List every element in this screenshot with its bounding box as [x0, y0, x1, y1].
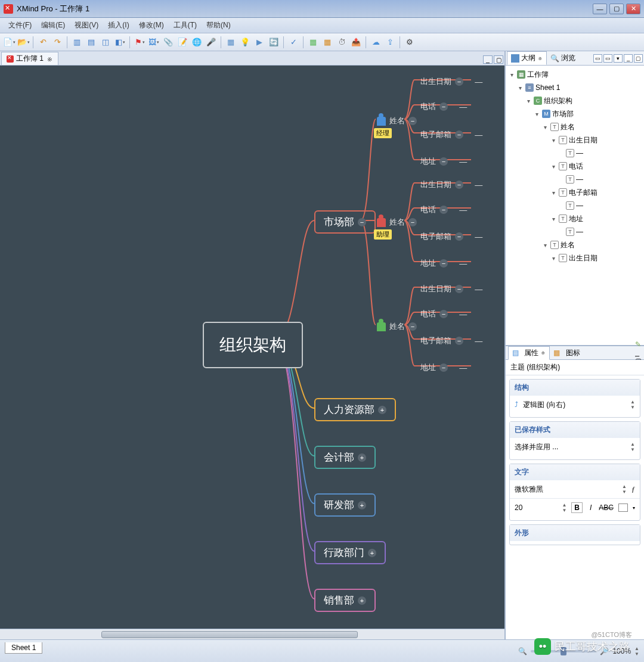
export-button[interactable]: 📤 — [349, 36, 363, 49]
record-button[interactable]: 🎤 — [205, 36, 218, 49]
style-value[interactable]: 选择并应用 ... — [515, 442, 558, 452]
size-spinner[interactable]: ▲▼ — [562, 502, 566, 513]
italic-button[interactable]: I — [587, 503, 594, 512]
tab-outline[interactable]: 大纲 ⨳ — [507, 51, 547, 65]
collapse-icon[interactable]: − — [439, 157, 448, 166]
undo-button[interactable]: ↶ — [36, 36, 49, 49]
collapse-icon[interactable]: − — [439, 310, 448, 318]
struct-value[interactable]: 逻辑图 (向右) — [523, 400, 565, 410]
minimize-view-button[interactable]: ⎯ — [483, 55, 493, 64]
section-header[interactable]: 已保存样式 — [510, 422, 640, 438]
floating-button[interactable]: ▤ — [85, 36, 98, 49]
cloud-button[interactable]: ☁ — [369, 36, 382, 49]
field-phone-1[interactable]: 电话 − — — [414, 99, 473, 114]
brainstorm-button[interactable]: 💡 — [239, 36, 252, 49]
link-button[interactable]: 🌐 — [190, 36, 203, 49]
collapse-icon[interactable]: − — [455, 285, 463, 293]
font-spinner[interactable]: ▲▼ — [622, 484, 627, 495]
tab-browse[interactable]: 🔍浏览 — [547, 52, 579, 64]
gantt-button[interactable]: 🔄 — [267, 36, 280, 49]
section-header[interactable]: 外形 — [510, 525, 640, 541]
tree-market[interactable]: ▾M市场部 — [506, 107, 644, 120]
upload-button[interactable]: ⇪ — [383, 36, 397, 49]
menu-tools[interactable]: 工具(T) — [169, 18, 202, 32]
font-selector[interactable]: 微软雅黑 — [515, 484, 543, 495]
field-phone-2[interactable]: 电话 − — — [414, 202, 473, 217]
panel-min[interactable]: ⎯ — [624, 54, 633, 63]
zoom-value[interactable]: 100% — [612, 647, 631, 655]
present-button[interactable]: ▶ — [253, 36, 266, 49]
expand-icon[interactable]: + — [358, 453, 366, 462]
font-script-button[interactable]: ƒ — [631, 485, 635, 494]
task-button[interactable]: ✓ — [287, 36, 300, 49]
collapse-icon[interactable]: − — [455, 77, 463, 86]
bold-button[interactable]: B — [571, 502, 583, 513]
field-email-3[interactable]: 电子邮箱 − — — [414, 333, 488, 349]
branch-accounting[interactable]: 会计部 + — [314, 446, 376, 469]
boundary-button[interactable]: ◧▾ — [113, 36, 126, 49]
mindmap-canvas[interactable]: 组织架构 市场部 − 姓名 − 经理 出生日期 − — 电话 − — 电子邮箱 … — [0, 66, 504, 629]
field-email-2[interactable]: 电子邮箱 − — — [414, 229, 488, 244]
topic-name-3[interactable]: 姓名 − — [371, 319, 423, 334]
collapse-icon[interactable]: − — [408, 218, 417, 226]
branch-hr[interactable]: 人力资源部 + — [314, 398, 396, 421]
outline-tree[interactable]: ▾▦工作簿 ▾≡Sheet 1 ▾C组织架构 ▾M市场部 ▾T姓名 ▾T出生日期… — [506, 66, 644, 346]
field-dob-3[interactable]: 出生日期 − — — [414, 281, 488, 297]
section-header[interactable]: 文字 — [510, 464, 640, 480]
attach-button[interactable]: 📎 — [162, 36, 175, 49]
grid1-button[interactable]: ▦ — [306, 36, 320, 49]
field-phone-3[interactable]: 电话 − — — [414, 306, 473, 322]
zoom-in-icon[interactable]: 🔎 — [600, 647, 609, 655]
scrollbar-thumb[interactable] — [101, 631, 358, 638]
tree-workbook[interactable]: ▾▦工作簿 — [506, 68, 644, 81]
topic-name-2[interactable]: 姓名 − — [371, 215, 423, 230]
props-min[interactable]: ⎯ — [635, 349, 642, 357]
branch-sales[interactable]: 销售部 + — [314, 589, 376, 612]
tag-assistant[interactable]: 助理 — [374, 229, 392, 240]
panel-btn1[interactable]: ▭ — [593, 54, 602, 63]
zoom-thumb[interactable] — [561, 647, 566, 655]
tree-name1[interactable]: ▾T姓名 — [506, 120, 644, 133]
panel-btn2[interactable]: ▭ — [603, 54, 612, 63]
image-button[interactable]: 🖼▾ — [147, 36, 160, 49]
collapse-icon[interactable]: − — [455, 181, 463, 189]
collapse-icon[interactable]: − — [358, 218, 366, 226]
expand-icon[interactable]: + — [358, 596, 366, 605]
collapse-icon[interactable]: − — [439, 363, 448, 372]
maximize-view-button[interactable]: ▢ — [494, 55, 503, 64]
collapse-icon[interactable]: − — [455, 130, 463, 139]
collapse-icon[interactable]: − — [439, 259, 448, 268]
field-addr-3[interactable]: 地址 − — — [414, 360, 473, 375]
font-size[interactable]: 20 — [515, 504, 522, 512]
tree-addr1v[interactable]: T— — [506, 225, 644, 238]
expand-icon[interactable]: + — [378, 406, 386, 414]
minimize-button[interactable]: — — [593, 4, 607, 14]
collapse-icon[interactable]: − — [455, 337, 463, 345]
tab-icons[interactable]: ▦ 图标 — [550, 347, 583, 359]
tree-phone1[interactable]: ▾T电话 — [506, 160, 644, 173]
tree-root[interactable]: ▾C组织架构 — [506, 94, 644, 107]
subtopic-button[interactable]: ▥ — [70, 36, 83, 49]
collapse-icon[interactable]: − — [408, 322, 417, 331]
branch-admin[interactable]: 行政部门 + — [314, 541, 386, 564]
redo-button[interactable]: ↷ — [51, 36, 64, 49]
tree-dob1v[interactable]: T— — [506, 147, 644, 160]
expand-icon[interactable]: + — [368, 549, 376, 557]
tree-email1[interactable]: ▾T电子邮箱 — [506, 186, 644, 199]
new-button[interactable]: 📄▾ — [2, 36, 16, 49]
struct-spinner[interactable]: ▲▼ — [630, 399, 635, 410]
tree-name2[interactable]: ▾T姓名 — [506, 238, 644, 251]
panel-menu[interactable]: ▾ — [614, 54, 623, 63]
collapse-icon[interactable]: − — [439, 102, 448, 111]
grid2-button[interactable]: ▦ — [321, 36, 334, 49]
menu-view[interactable]: 视图(V) — [70, 18, 103, 32]
menu-insert[interactable]: 插入(I) — [103, 18, 134, 32]
color-button[interactable] — [618, 504, 628, 512]
topic-selector[interactable]: 主题 (组织架构) — [506, 360, 644, 375]
editor-tab[interactable]: 工作簿 1 ⨳ — [1, 52, 58, 65]
close-button[interactable]: ✕ — [626, 4, 640, 14]
note-button[interactable]: 📝 — [176, 36, 189, 49]
zoom-slider[interactable] — [531, 650, 596, 652]
field-dob-1[interactable]: 出生日期 − — — [414, 74, 488, 89]
settings-button[interactable]: ⚙ — [403, 36, 416, 49]
